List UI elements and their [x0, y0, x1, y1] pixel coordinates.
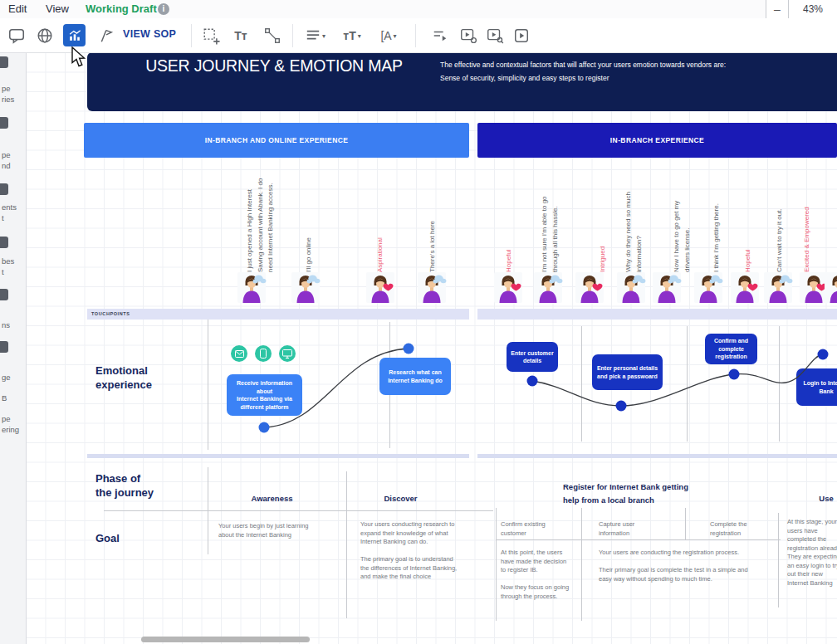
panel-item-label-fragment[interactable]: ries [2, 95, 14, 104]
emotion-label[interactable]: Intrigued [598, 246, 609, 272]
text-size-icon[interactable]: тT▾ [339, 26, 365, 46]
column-divider [687, 326, 688, 442]
journey-quote[interactable]: Can't wait to try it out. [775, 208, 786, 272]
row-divider [104, 510, 493, 511]
persona-avatar-heart[interactable] [825, 272, 837, 303]
touchpoints-bar[interactable] [477, 309, 837, 320]
globe-icon[interactable] [35, 26, 55, 46]
goal-register-text[interactable]: At this point, the users have made the d… [501, 549, 580, 601]
goal-register-col[interactable]: Capture user information [599, 520, 673, 538]
text-tool-icon[interactable]: Tт [231, 26, 251, 46]
banner-in-branch[interactable]: IN-BRANCH EXPERIENCE [477, 123, 837, 158]
zoom-level[interactable]: 43% [789, 0, 837, 18]
step-box[interactable]: Receive information about Internet Banki… [227, 374, 302, 416]
goal-use-text[interactable]: At this stage, your users have completed… [787, 518, 837, 588]
persona-avatar-heart[interactable] [494, 272, 522, 303]
monitor-icon[interactable] [279, 345, 296, 362]
emotion-label[interactable]: Hopeful [504, 249, 515, 272]
connector-tool-icon[interactable] [262, 26, 282, 46]
panel-item-label-fragment[interactable]: t [2, 267, 4, 276]
persona-avatar-heart[interactable] [800, 272, 828, 303]
menu-view[interactable]: View [46, 2, 69, 15]
panel-item-icon[interactable] [0, 117, 8, 129]
emotion-label[interactable]: Aspirational [375, 237, 386, 272]
journey-quote[interactable]: I just opened a High Interest Saving acc… [245, 178, 277, 272]
line-style-icon[interactable]: ▾ [302, 26, 329, 46]
touchpoints-bar[interactable] [87, 309, 469, 320]
phase-use[interactable]: Use [797, 494, 837, 503]
panel-item-icon[interactable] [0, 183, 8, 195]
phase-register[interactable]: Register for Internet Bank getting help … [563, 481, 688, 506]
emotion-label[interactable]: Excited & Empowered [802, 207, 813, 272]
journey-quote[interactable]: I think I'm getting there. [712, 203, 722, 272]
goal-discover-text[interactable]: Your users conducting research to expand… [360, 520, 493, 582]
persona-avatar-cloud[interactable] [764, 272, 792, 303]
persona-avatar-heart[interactable] [731, 272, 759, 303]
goal-register-text[interactable]: Your users are conducting the registrati… [599, 549, 786, 583]
panel-item-label-fragment[interactable]: pe [2, 84, 11, 93]
panel-item-label-fragment[interactable]: bes [2, 256, 14, 266]
persona-avatar-cloud[interactable] [617, 272, 645, 303]
play-settings-icon[interactable] [458, 26, 478, 46]
panel-item-label-fragment[interactable]: pe [2, 414, 11, 423]
panel-item-icon[interactable] [0, 289, 8, 300]
left-panel-clipped[interactable]: periespendentstbestnsgeBpeering [0, 52, 27, 644]
persona-avatar-cloud[interactable] [653, 272, 681, 303]
panel-item-icon[interactable] [0, 341, 8, 353]
journey-quote[interactable]: I'm not sure I'm able to go through all … [540, 196, 560, 272]
goal-register-col[interactable]: Complete the registration [710, 520, 785, 538]
step-box[interactable]: Research what can Internet Banking do [379, 358, 451, 395]
persona-avatar-cloud[interactable] [237, 272, 266, 303]
persona-avatar-cloud[interactable] [291, 272, 320, 303]
comment-icon[interactable] [7, 26, 27, 46]
goal-awareness-text[interactable]: Your users begin by just learning about … [218, 522, 351, 539]
phone-icon[interactable] [255, 345, 272, 362]
select-area-icon[interactable] [201, 26, 221, 46]
toolbar-separator [415, 24, 416, 47]
persona-avatar-cloud[interactable] [418, 272, 446, 303]
panel-item-label-fragment[interactable]: B [2, 393, 7, 402]
panel-item-label-fragment[interactable]: ering [2, 425, 19, 434]
play-icon[interactable] [512, 26, 531, 46]
zoom-out-button[interactable]: – [766, 0, 789, 18]
panel-item-label-fragment[interactable]: nd [2, 161, 11, 170]
email-icon[interactable] [231, 345, 247, 362]
step-box[interactable]: Enter personal details and pick a passwo… [592, 354, 663, 390]
horizontal-scrollbar-thumb[interactable] [141, 637, 310, 642]
journey-quote[interactable]: Now I have to go get my drivers license. [672, 201, 693, 272]
phase-discover[interactable]: Discover [349, 494, 453, 503]
menu-edit[interactable]: Edit [8, 2, 27, 15]
panel-item-label-fragment[interactable]: ns [2, 320, 10, 329]
column-divider [208, 320, 208, 450]
run-list-icon[interactable] [430, 26, 450, 46]
phase-awareness[interactable]: Awareness [220, 494, 324, 503]
journey-quote[interactable]: I'll go online [304, 237, 315, 272]
banner-in-branch-online[interactable]: IN-BRANCH AND ONLINE EXPERIENCE [84, 123, 469, 158]
persona-avatar-heart[interactable] [366, 272, 394, 303]
chart-tool-button[interactable] [63, 24, 86, 46]
draft-status[interactable]: Working Draft [86, 2, 157, 15]
step-box[interactable]: Confirm and complete registration [705, 334, 757, 364]
panel-item-icon[interactable] [0, 56, 8, 68]
panel-item-label-fragment[interactable]: pe [2, 150, 11, 159]
toolbar-separator [292, 24, 293, 47]
panel-item-label-fragment[interactable]: ents [2, 202, 17, 212]
step-box[interactable]: Enter customer details [507, 342, 558, 372]
persona-avatar-heart[interactable] [575, 272, 604, 303]
play-search-icon[interactable] [485, 26, 505, 46]
text-box-icon[interactable]: [A▾ [375, 26, 402, 46]
flag-icon[interactable] [95, 26, 115, 46]
column-divider [346, 471, 347, 618]
persona-avatar-cloud[interactable] [534, 272, 562, 303]
panel-item-label-fragment[interactable]: ge [2, 373, 11, 382]
panel-item-label-fragment[interactable]: t [2, 213, 4, 222]
persona-avatar-cloud[interactable] [694, 272, 722, 303]
journey-quote[interactable]: There's a lot here [428, 221, 438, 272]
emotion-label[interactable]: Hopeful [743, 249, 754, 272]
info-icon[interactable]: i [158, 3, 169, 15]
step-box[interactable]: Login to Internet Bank [796, 368, 837, 406]
goal-register-col[interactable]: Confirm existing customer [501, 520, 575, 538]
view-sop-button[interactable]: VIEW SOP [123, 28, 176, 40]
panel-item-icon[interactable] [0, 237, 8, 248]
journey-quote[interactable]: Why do they need so much information? [624, 192, 644, 272]
